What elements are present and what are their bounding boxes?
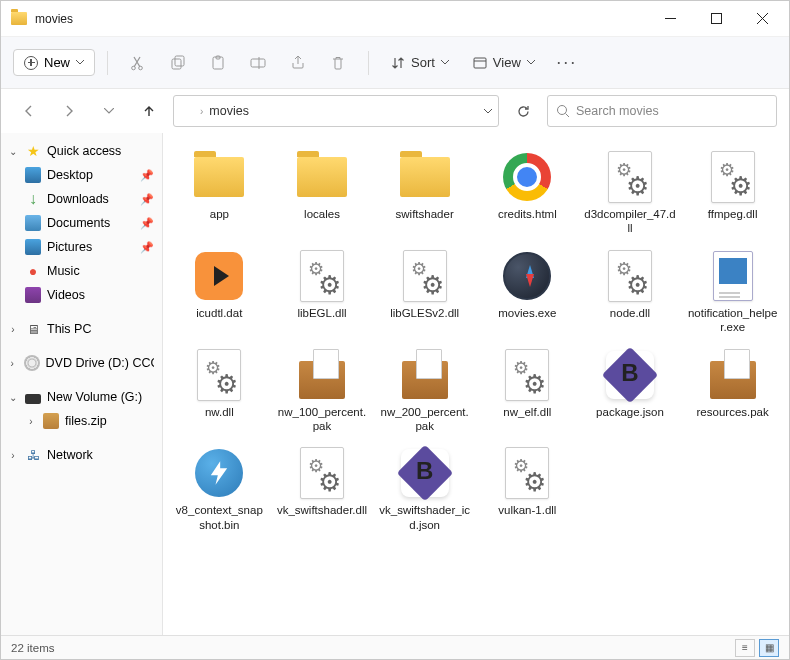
zip-icon <box>43 413 59 429</box>
close-button[interactable] <box>739 2 785 36</box>
address-bar[interactable]: › movies <box>173 95 499 127</box>
breadcrumb-item[interactable]: movies <box>209 104 249 118</box>
sidebar-documents[interactable]: Documents 📌 <box>1 211 162 235</box>
sidebar-item-label: Documents <box>47 216 110 230</box>
file-item[interactable]: ffmpeg.dll <box>682 145 783 240</box>
file-item[interactable]: nw.dll <box>169 343 270 438</box>
sidebar-files-zip[interactable]: › files.zip <box>1 409 162 433</box>
sidebar-item-label: Desktop <box>47 168 93 182</box>
file-item[interactable]: vk_swiftshader.dll <box>272 441 373 536</box>
file-item[interactable]: movies.exe <box>477 244 578 339</box>
main-area: ⌄ ★ Quick access Desktop 📌 ↓ Downloads 📌… <box>1 133 789 635</box>
file-item[interactable]: icudtl.dat <box>169 244 270 339</box>
file-label: notification_helper.exe <box>687 306 779 335</box>
sidebar-new-volume[interactable]: ⌄ New Volume (G:) <box>1 385 162 409</box>
search-icon <box>556 104 570 118</box>
new-label: New <box>44 55 70 70</box>
more-button[interactable]: ··· <box>549 45 585 81</box>
share-button[interactable] <box>280 45 316 81</box>
file-item[interactable]: nw_100_percent.pak <box>272 343 373 438</box>
file-label: libGLESv2.dll <box>390 306 459 334</box>
chevron-right-icon: › <box>7 450 19 461</box>
svg-rect-0 <box>665 18 676 19</box>
folder-icon <box>297 157 347 197</box>
svg-rect-10 <box>251 59 265 67</box>
sort-button[interactable]: Sort <box>381 49 459 76</box>
maximize-button[interactable] <box>693 2 739 36</box>
chevron-down-icon[interactable] <box>484 109 492 114</box>
file-item[interactable]: swiftshader <box>374 145 475 240</box>
document-icon <box>713 251 753 301</box>
file-item[interactable]: node.dll <box>580 244 681 339</box>
file-item[interactable]: v8_context_snapshot.bin <box>169 441 270 536</box>
file-item[interactable]: resources.pak <box>682 343 783 438</box>
window-folder-icon <box>11 12 27 25</box>
chevron-down-icon <box>527 60 535 65</box>
sidebar-music[interactable]: ● Music <box>1 259 162 283</box>
dll-gear-icon <box>505 447 549 499</box>
file-item[interactable]: app <box>169 145 270 240</box>
sidebar-dvd[interactable]: › DVD Drive (D:) CCCC <box>1 351 162 375</box>
minimize-button[interactable] <box>647 2 693 36</box>
details-view-button[interactable]: ≡ <box>735 639 755 657</box>
recent-button[interactable] <box>93 95 125 127</box>
paste-button[interactable] <box>200 45 236 81</box>
star-icon: ★ <box>25 143 41 159</box>
delete-button[interactable] <box>320 45 356 81</box>
file-content-area: applocalesswiftshadercredits.htmld3dcomp… <box>163 133 789 635</box>
folder-icon <box>400 157 450 197</box>
file-item[interactable]: libGLESv2.dll <box>374 244 475 339</box>
sidebar-item-label: New Volume (G:) <box>47 390 142 404</box>
sidebar-item-label: DVD Drive (D:) CCCC <box>46 356 154 370</box>
rename-button[interactable] <box>240 45 276 81</box>
sidebar-quick-access[interactable]: ⌄ ★ Quick access <box>1 139 162 163</box>
chevron-down-icon <box>76 60 84 65</box>
file-item[interactable]: locales <box>272 145 373 240</box>
back-button[interactable] <box>13 95 45 127</box>
up-button[interactable] <box>133 95 165 127</box>
sidebar-item-label: Pictures <box>47 240 92 254</box>
file-grid: applocalesswiftshadercredits.htmld3dcomp… <box>169 145 783 536</box>
network-icon: 🖧 <box>25 447 41 463</box>
sidebar-videos[interactable]: Videos <box>1 283 162 307</box>
file-label: nw_200_percent.pak <box>379 405 471 434</box>
pin-icon: 📌 <box>140 193 154 206</box>
sidebar-network[interactable]: › 🖧 Network <box>1 443 162 467</box>
dll-gear-icon <box>197 349 241 401</box>
file-label: credits.html <box>498 207 557 235</box>
file-item[interactable]: vulkan-1.dll <box>477 441 578 536</box>
dll-gear-icon <box>300 250 344 302</box>
file-label: nw_100_percent.pak <box>276 405 368 434</box>
compass-icon <box>503 252 551 300</box>
file-item[interactable]: package.json <box>580 343 681 438</box>
file-item[interactable]: d3dcompiler_47.dll <box>580 145 681 240</box>
file-item[interactable]: libEGL.dll <box>272 244 373 339</box>
pictures-icon <box>25 239 41 255</box>
copy-button[interactable] <box>160 45 196 81</box>
sidebar-item-label: Music <box>47 264 80 278</box>
file-item[interactable]: nw_elf.dll <box>477 343 578 438</box>
new-button[interactable]: New <box>13 49 95 76</box>
svg-rect-7 <box>175 56 184 66</box>
sidebar-pictures[interactable]: Pictures 📌 <box>1 235 162 259</box>
file-item[interactable]: notification_helper.exe <box>682 244 783 339</box>
refresh-button[interactable] <box>507 95 539 127</box>
bbedit-icon <box>401 449 449 497</box>
file-label: nw.dll <box>205 405 234 433</box>
bbedit-icon <box>606 351 654 399</box>
file-item[interactable]: nw_200_percent.pak <box>374 343 475 438</box>
sidebar-item-label: files.zip <box>65 414 107 428</box>
file-item[interactable]: vk_swiftshader_icd.json <box>374 441 475 536</box>
forward-button[interactable] <box>53 95 85 127</box>
cut-button[interactable] <box>120 45 156 81</box>
sidebar-this-pc[interactable]: › 🖥 This PC <box>1 317 162 341</box>
icons-view-button[interactable]: ▦ <box>759 639 779 657</box>
sidebar-desktop[interactable]: Desktop 📌 <box>1 163 162 187</box>
file-label: d3dcompiler_47.dll <box>584 207 676 236</box>
search-input[interactable]: Search movies <box>547 95 777 127</box>
file-item[interactable]: credits.html <box>477 145 578 240</box>
view-button[interactable]: View <box>463 49 545 76</box>
window-controls <box>647 2 785 36</box>
sidebar-downloads[interactable]: ↓ Downloads 📌 <box>1 187 162 211</box>
file-label: libEGL.dll <box>297 306 346 334</box>
